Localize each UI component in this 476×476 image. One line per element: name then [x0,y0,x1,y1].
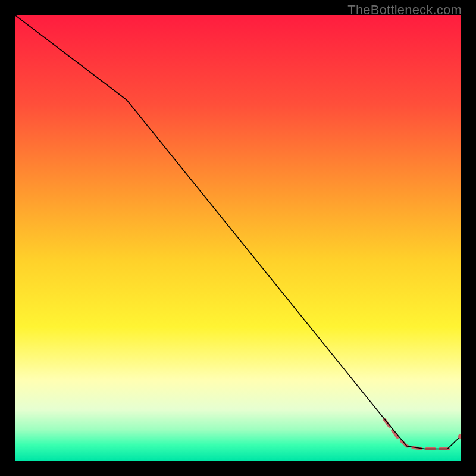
watermark-text: TheBottleneck.com [347,2,462,18]
chart-stage: TheBottleneck.com [0,0,476,476]
chart-svg [15,15,461,461]
chart-plot-area [15,15,461,461]
